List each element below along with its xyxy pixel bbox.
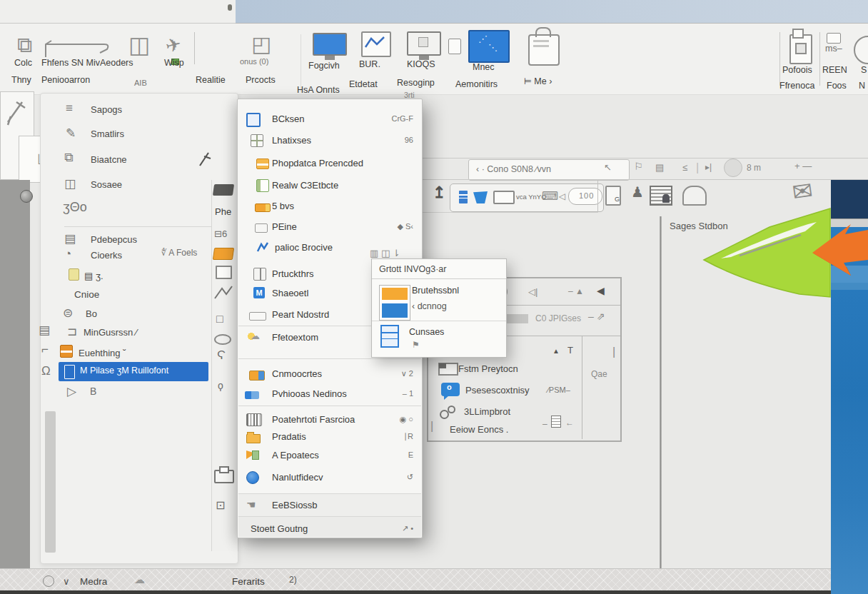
person-icon[interactable]: ♟	[631, 184, 644, 200]
bracket-icon[interactable]	[41, 39, 117, 60]
sidebar-item[interactable]: B	[90, 386, 96, 397]
list-icon[interactable]: ▤	[39, 323, 50, 338]
ribbon-label[interactable]: Prcocts	[246, 76, 276, 86]
person-up-icon[interactable]: ↥	[433, 184, 445, 201]
zigzag-icon[interactable]	[213, 284, 233, 301]
ribbon-label[interactable]: Pofoois	[782, 66, 812, 76]
status-circle-icon[interactable]	[43, 575, 54, 587]
panel-row[interactable]: Psesescoxtnisy	[465, 386, 530, 396]
menu-item[interactable]: Lhatixses 96	[238, 132, 422, 149]
up-triangle-icon[interactable]: ▲	[552, 347, 560, 355]
ribbon-label[interactable]: KIOQS	[407, 60, 435, 70]
strip-86[interactable]: ⊟6	[214, 228, 227, 239]
sidebar-scrollbar[interactable]	[45, 411, 56, 553]
panel-row[interactable]: 3LLimpbrot	[464, 407, 510, 417]
menu-item[interactable]: Poatehrtoti Fasrcioa ◉ ○	[238, 411, 422, 428]
add-button[interactable]: + —	[794, 161, 812, 171]
screen-blue-icon[interactable]	[313, 33, 347, 56]
ribbon-label[interactable]: HsA Onnts	[297, 86, 340, 96]
paint-bucket-icon[interactable]	[473, 191, 488, 203]
bracket-corner-icon[interactable]: ⌐	[41, 343, 49, 357]
ribbon-label[interactable]: Peniooarron	[41, 76, 90, 86]
sidebar-item[interactable]: Biaatcne	[91, 154, 127, 165]
book-icon[interactable]: ◫	[128, 31, 150, 59]
ribbon-label[interactable]: Ffrenoca	[779, 81, 814, 91]
omega-icon[interactable]: Ω	[41, 364, 51, 378]
prev-icon[interactable]: ◁|	[528, 287, 538, 297]
cursor-icon[interactable]: ↖	[604, 163, 612, 173]
ribbon-label[interactable]: Foos	[827, 81, 847, 91]
sort-icon[interactable]: – ▲	[568, 287, 584, 296]
check-icon[interactable]: ∨	[63, 577, 70, 587]
ribbon-label[interactable]: Aemonitirs	[455, 80, 498, 90]
dark-folder-icon[interactable]	[213, 184, 234, 196]
menu-item[interactable]: BCksen CrG-F	[238, 111, 422, 128]
menu-item[interactable]: A Epoatecs E	[238, 447, 422, 464]
ribbon-label[interactable]: onus (0)	[240, 57, 268, 66]
ribbon-label[interactable]: Realitie	[196, 76, 226, 86]
mini-icons-row[interactable]: ▥ ◫ ⇂	[370, 248, 400, 258]
submenu-item[interactable]: Brutehssbnl	[412, 286, 459, 296]
copy-icon[interactable]: ⧉	[17, 33, 32, 58]
back-triangle-icon[interactable]: ◁	[559, 192, 565, 201]
sidebar-item[interactable]: Sosaee	[91, 179, 122, 190]
circle-button[interactable]	[724, 158, 742, 177]
tool-icon[interactable]	[789, 34, 812, 64]
knob-small-icon[interactable]: ϙ	[218, 380, 223, 391]
ribbon-label[interactable]: BUR.	[359, 60, 380, 70]
list-panel-icon[interactable]	[650, 186, 672, 206]
ribbon-label[interactable]: ⊨ Me ›	[524, 77, 552, 87]
ellipse-icon[interactable]	[214, 334, 231, 345]
chart-icon[interactable]	[361, 31, 391, 57]
menu-item[interactable]: Realw C3Etbcte	[238, 177, 422, 194]
sidebar-item[interactable]: Cnioe	[74, 289, 99, 300]
screen-gray-icon[interactable]	[407, 31, 441, 56]
panel-row[interactable]: Fstm Preytocn	[458, 364, 518, 374]
doc-g-icon[interactable]: G	[605, 186, 621, 206]
hook-icon[interactable]: Ϛ	[217, 348, 226, 363]
sidebar-item[interactable]: Smatlirs	[91, 129, 124, 139]
play-icon[interactable]: ▸|	[705, 163, 712, 172]
play-outline-icon[interactable]: ▷	[67, 384, 76, 399]
mini-doc-icon[interactable]	[551, 416, 561, 428]
sidebar-item[interactable]: Cioerks	[91, 250, 122, 261]
sidebar-item[interactable]: Sapogs	[91, 104, 122, 115]
ribbon-label[interactable]: AIB	[134, 79, 147, 87]
left-arrow-icon[interactable]: ←	[565, 418, 574, 428]
ribbon-label[interactable]: Fogcivh	[308, 61, 340, 71]
pin-icon[interactable]	[1, 92, 32, 135]
ribbon-label[interactable]: Colc	[14, 59, 32, 69]
menu-item[interactable]: Nanlutfidecv ↺	[238, 469, 422, 486]
monitor-small-icon[interactable]	[493, 191, 515, 204]
menu-item[interactable]: Pvhiooas Nedinos – 1	[238, 386, 422, 403]
ribbon-label[interactable]: REEN	[822, 66, 847, 76]
media-label[interactable]: Medra	[80, 577, 107, 588]
menu-item[interactable]: ☚ EeBSiossb	[238, 497, 422, 514]
ribbon-label[interactable]: Wisp	[164, 59, 184, 69]
ribbon-label[interactable]: Resoginp	[397, 79, 435, 89]
favorites-label[interactable]: Ferarits	[232, 577, 265, 588]
projects-icon[interactable]: ◰	[251, 31, 271, 56]
bag-icon[interactable]	[528, 34, 560, 66]
sidebar-item[interactable]: Euehthing ˘	[79, 348, 126, 358]
ribbon-label[interactable]: Fhfens SN MivAeoders	[41, 59, 133, 69]
flag-icon[interactable]: ⚐	[634, 161, 643, 172]
ribbon-label[interactable]: Etdetat	[349, 80, 378, 90]
sidebar-item-selected[interactable]: M Pilase ʒM Ruillofont	[59, 362, 208, 381]
orange-folder-icon[interactable]	[213, 248, 234, 260]
plug-icon[interactable]	[448, 39, 461, 54]
menu-item[interactable]: Stoett Goutng ↗ •	[238, 520, 422, 538]
box-icon[interactable]	[216, 266, 232, 279]
sidebar-item[interactable]: Pdebepcus	[91, 234, 137, 245]
submenu-item-sub[interactable]: ‹ dcnnog	[412, 302, 447, 312]
menu-item[interactable]: Pradatis ∣R	[238, 428, 422, 446]
page-icon[interactable]: ▤	[655, 163, 664, 173]
sidebar-item-extra[interactable]: ∜ A Foels	[161, 248, 197, 258]
menu-item[interactable]: Phopdatca Prcencded	[238, 155, 422, 172]
sidebar-item[interactable]: Bo	[86, 308, 97, 319]
blue-doc-icon[interactable]	[459, 191, 468, 203]
zoom-glyph-icon[interactable]: ʒΘo	[63, 200, 87, 215]
sidebar-item[interactable]: MinGusrssn ∕	[84, 327, 137, 338]
menu-item[interactable]: 5 bvs	[238, 198, 422, 215]
media-screen-icon[interactable]: ⋰ ⋱	[468, 30, 510, 63]
